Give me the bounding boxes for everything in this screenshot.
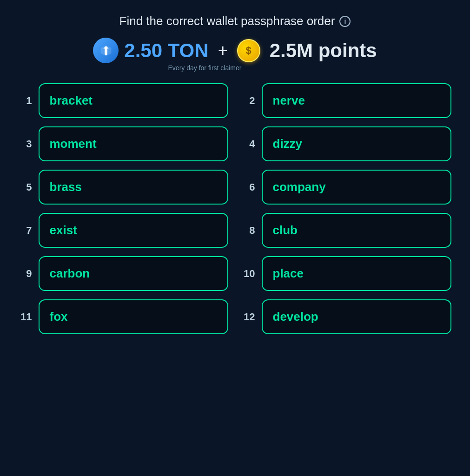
word-number-9: 9: [19, 268, 32, 280]
points-amount: 2.5M points: [270, 40, 377, 62]
word-box-1[interactable]: bracket: [39, 83, 228, 118]
plus-separator: +: [218, 41, 228, 60]
word-number-2: 2: [242, 95, 255, 107]
word-number-12: 12: [242, 311, 255, 323]
word-cell-8: 8club: [242, 213, 451, 248]
word-box-8[interactable]: club: [262, 213, 451, 248]
word-cell-6: 6company: [242, 170, 451, 205]
word-text-4: dizzy: [273, 137, 303, 151]
word-cell-4: 4dizzy: [242, 126, 451, 161]
word-box-11[interactable]: fox: [39, 299, 228, 334]
word-number-10: 10: [242, 268, 255, 280]
ton-section: 2.50 TON: [93, 38, 208, 63]
word-box-10[interactable]: place: [262, 256, 451, 291]
word-box-3[interactable]: moment: [39, 126, 228, 161]
word-cell-9: 9carbon: [19, 256, 228, 291]
word-text-6: company: [273, 180, 326, 194]
reward-row: 2.50 TON + $ 2.5M points: [93, 38, 377, 63]
word-text-11: fox: [50, 310, 68, 324]
word-text-8: club: [273, 223, 298, 237]
word-box-6[interactable]: company: [262, 170, 451, 205]
word-box-2[interactable]: nerve: [262, 83, 451, 118]
word-cell-1: 1bracket: [19, 83, 228, 118]
word-text-3: moment: [50, 137, 97, 151]
word-text-5: brass: [50, 180, 82, 194]
word-number-5: 5: [19, 181, 32, 193]
word-number-3: 3: [19, 138, 32, 150]
word-box-7[interactable]: exist: [39, 213, 228, 248]
word-cell-7: 7exist: [19, 213, 228, 248]
word-text-12: develop: [273, 310, 318, 324]
word-text-1: bracket: [50, 93, 93, 107]
word-number-7: 7: [19, 225, 32, 237]
word-text-10: place: [273, 266, 304, 280]
page-title: Find the correct wallet passphrase order…: [119, 14, 351, 28]
word-number-6: 6: [242, 181, 255, 193]
word-cell-5: 5brass: [19, 170, 228, 205]
word-cell-10: 10place: [242, 256, 451, 291]
ton-amount: 2.50 TON: [124, 40, 208, 62]
word-number-4: 4: [242, 138, 255, 150]
word-number-8: 8: [242, 225, 255, 237]
ton-logo-icon: [93, 38, 119, 63]
word-box-4[interactable]: dizzy: [262, 126, 451, 161]
word-box-9[interactable]: carbon: [39, 256, 228, 291]
word-cell-2: 2nerve: [242, 83, 451, 118]
info-icon[interactable]: i: [339, 16, 351, 27]
word-text-7: exist: [50, 223, 77, 237]
word-cell-11: 11fox: [19, 299, 228, 334]
word-number-11: 11: [19, 311, 32, 323]
word-box-12[interactable]: develop: [262, 299, 451, 334]
reward-subtitle: Every day for first claimer: [168, 64, 242, 72]
coin-icon: $: [237, 39, 260, 62]
word-grid: 1bracket2nerve3moment4dizzy5brass6compan…: [19, 83, 451, 334]
word-text-9: carbon: [50, 266, 90, 280]
word-box-5[interactable]: brass: [39, 170, 228, 205]
word-cell-12: 12develop: [242, 299, 451, 334]
word-cell-3: 3moment: [19, 126, 228, 161]
word-number-1: 1: [19, 95, 32, 107]
word-text-2: nerve: [273, 93, 305, 107]
